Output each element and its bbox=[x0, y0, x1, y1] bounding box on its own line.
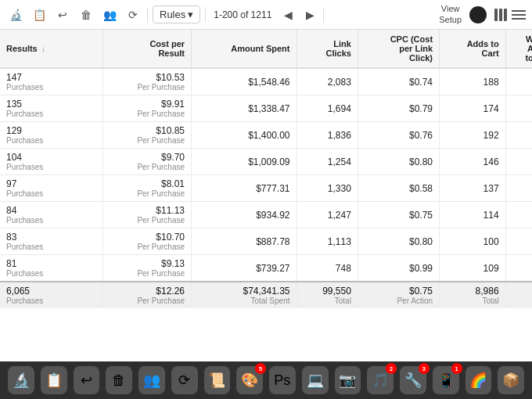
table-row[interactable]: 97 Purchases $8.01 Per Purchase $777.31 … bbox=[0, 175, 532, 202]
dock-item-5[interactable]: ⟳ bbox=[171, 366, 198, 394]
dock-item-4[interactable]: 👥 bbox=[138, 366, 165, 394]
clipboard-icon[interactable]: 📋 bbox=[30, 5, 49, 24]
cell-results-main-5: 84 bbox=[6, 205, 96, 216]
footer-amount-main: $74,341.35 bbox=[198, 286, 289, 297]
footer-cart-main: 8,986 bbox=[446, 286, 499, 297]
table-row[interactable]: 104 Purchases $9.70 Per Purchase $1,009.… bbox=[0, 149, 532, 175]
cell-cpr-1: $9.91 Per Purchase bbox=[102, 95, 191, 122]
dock-item-12[interactable]: 🔧3 bbox=[400, 366, 426, 394]
footer-results-main: 6,065 bbox=[6, 286, 96, 297]
cell-w-6: 1 bbox=[505, 228, 532, 255]
chevron-down-icon: ▾ bbox=[188, 9, 193, 20]
cell-cpr-sub-2: Per Purchase bbox=[110, 136, 185, 145]
col-header-cost-per-result[interactable]: Cost perResult bbox=[102, 30, 191, 68]
cell-results-main-1: 135 bbox=[6, 99, 96, 110]
footer-clicks-main: 99,550 bbox=[304, 286, 351, 297]
table-header-row: Results ↓ Cost perResult Amount Spent Li… bbox=[0, 30, 532, 68]
dock-item-7[interactable]: 🎨5 bbox=[236, 366, 263, 394]
cell-cpr-main-3: $9.70 bbox=[110, 152, 185, 163]
footer-amount-sub: Total Spent bbox=[198, 297, 289, 305]
col-header-cpc[interactable]: CPC (Costper LinkClick) bbox=[358, 30, 439, 68]
cell-cpc-4: $0.58 bbox=[358, 175, 439, 202]
cell-clicks-1: 1,694 bbox=[297, 95, 358, 122]
footer-clicks-sub: Total bbox=[304, 297, 351, 305]
table-row[interactable]: 135 Purchases $9.91 Per Purchase $1,338.… bbox=[0, 95, 532, 122]
menu-icon[interactable] bbox=[512, 10, 526, 20]
users-icon[interactable]: 👥 bbox=[100, 5, 119, 24]
next-page-button[interactable]: ▶ bbox=[301, 6, 318, 23]
footer-adds-to-cart: 8,986 Total bbox=[440, 282, 506, 308]
cell-cpr-sub-3: Per Purchase bbox=[110, 163, 185, 171]
footer-cpc: $0.75 Per Action bbox=[358, 282, 439, 308]
footer-cpc-main: $0.75 bbox=[365, 286, 433, 297]
cell-cpr-main-0: $10.53 bbox=[110, 72, 185, 83]
refresh-icon[interactable]: ⟳ bbox=[124, 5, 142, 24]
cell-w-5: 1 bbox=[505, 202, 532, 228]
prev-page-button[interactable]: ◀ bbox=[279, 6, 297, 23]
cell-results-main-7: 81 bbox=[6, 258, 96, 269]
dock-item-13[interactable]: 📱1 bbox=[433, 366, 459, 394]
dock-item-9[interactable]: 💻 bbox=[302, 366, 329, 394]
cell-clicks-0: 2,083 bbox=[297, 68, 358, 95]
cell-results-sub-2: Purchases bbox=[6, 136, 96, 145]
cell-cpc-3: $0.80 bbox=[358, 149, 439, 175]
pagination-info: 1-200 of 1211 bbox=[214, 9, 271, 20]
dock-item-14[interactable]: 🌈 bbox=[466, 366, 492, 394]
dock-item-0[interactable]: 🔬 bbox=[8, 366, 34, 394]
results-table: Results ↓ Cost perResult Amount Spent Li… bbox=[0, 30, 532, 308]
cell-results-sub-7: Purchases bbox=[6, 269, 96, 278]
cell-cart-2: 192 bbox=[440, 122, 506, 149]
footer-cost-per-result: $12.26 Per Purchase bbox=[102, 282, 191, 308]
cell-amount-1: $1,338.47 bbox=[192, 95, 297, 122]
rules-button[interactable]: Rules ▾ bbox=[153, 5, 200, 23]
flask-icon[interactable]: 🔬 bbox=[6, 5, 25, 24]
cell-results-4: 97 Purchases bbox=[0, 175, 102, 202]
view-setup-button[interactable]: View Setup bbox=[439, 4, 462, 24]
col-header-link-clicks[interactable]: LinkClicks bbox=[297, 30, 358, 68]
table-row[interactable]: 83 Purchases $10.70 Per Purchase $887.78… bbox=[0, 228, 532, 255]
cell-cpr-sub-7: Per Purchase bbox=[110, 269, 185, 278]
table-row[interactable]: 81 Purchases $9.13 Per Purchase $739.27 … bbox=[0, 255, 532, 282]
undo-icon[interactable]: ↩ bbox=[53, 5, 72, 24]
columns-icon[interactable] bbox=[494, 9, 507, 21]
dock-item-15[interactable]: 📦 bbox=[498, 366, 524, 394]
footer-w: 8, 1 bbox=[505, 282, 532, 308]
cell-cpr-0: $10.53 Per Purchase bbox=[102, 68, 191, 95]
dock-item-10[interactable]: 📷 bbox=[335, 366, 361, 394]
cell-cart-4: 137 bbox=[440, 175, 506, 202]
view-label: View bbox=[441, 4, 460, 14]
cell-cpr-main-6: $10.70 bbox=[110, 232, 185, 243]
table-row[interactable]: 147 Purchases $10.53 Per Purchase $1,548… bbox=[0, 68, 532, 95]
cell-cpr-main-1: $9.91 bbox=[110, 99, 185, 110]
dock-item-11[interactable]: 🎵2 bbox=[367, 366, 394, 394]
table-footer-row: 6,065 Purchases $12.26 Per Purchase $74,… bbox=[0, 282, 532, 308]
cell-clicks-2: 1,836 bbox=[297, 122, 358, 149]
col-header-amount-spent[interactable]: Amount Spent bbox=[192, 30, 297, 68]
col-header-w[interactable]: W...A...to... bbox=[505, 30, 532, 68]
dock-item-1[interactable]: 📋 bbox=[41, 366, 67, 394]
cell-results-6: 83 Purchases bbox=[0, 228, 102, 255]
cell-cpc-5: $0.75 bbox=[358, 202, 439, 228]
cell-amount-0: $1,548.46 bbox=[192, 68, 297, 95]
dock-item-2[interactable]: ↩ bbox=[74, 366, 100, 394]
table-row[interactable]: 84 Purchases $11.13 Per Purchase $934.92… bbox=[0, 202, 532, 228]
cell-cpr-2: $10.85 Per Purchase bbox=[102, 122, 191, 149]
delete-icon[interactable]: 🗑 bbox=[77, 5, 95, 24]
footer-results-sub: Purchases bbox=[6, 297, 96, 305]
dock-item-6[interactable]: 📜 bbox=[204, 366, 231, 394]
profile-avatar[interactable] bbox=[469, 6, 487, 23]
cell-cpc-6: $0.80 bbox=[358, 228, 439, 255]
table-row[interactable]: 129 Purchases $10.85 Per Purchase $1,400… bbox=[0, 122, 532, 149]
cell-clicks-5: 1,247 bbox=[297, 202, 358, 228]
data-table-container: Results ↓ Cost perResult Amount Spent Li… bbox=[0, 30, 532, 361]
col-header-results[interactable]: Results ↓ bbox=[0, 30, 102, 68]
dock-item-3[interactable]: 🗑 bbox=[106, 366, 132, 394]
cell-cpr-main-2: $10.85 bbox=[110, 125, 185, 136]
col-header-adds-to-cart[interactable]: Adds toCart bbox=[440, 30, 506, 68]
cell-results-sub-1: Purchases bbox=[6, 110, 96, 118]
dock-item-8[interactable]: Ps bbox=[269, 366, 296, 394]
cell-cpc-0: $0.74 bbox=[358, 68, 439, 95]
cell-cart-0: 188 bbox=[440, 68, 506, 95]
cell-w-1: 1 bbox=[505, 95, 532, 122]
cell-amount-4: $777.31 bbox=[192, 175, 297, 202]
